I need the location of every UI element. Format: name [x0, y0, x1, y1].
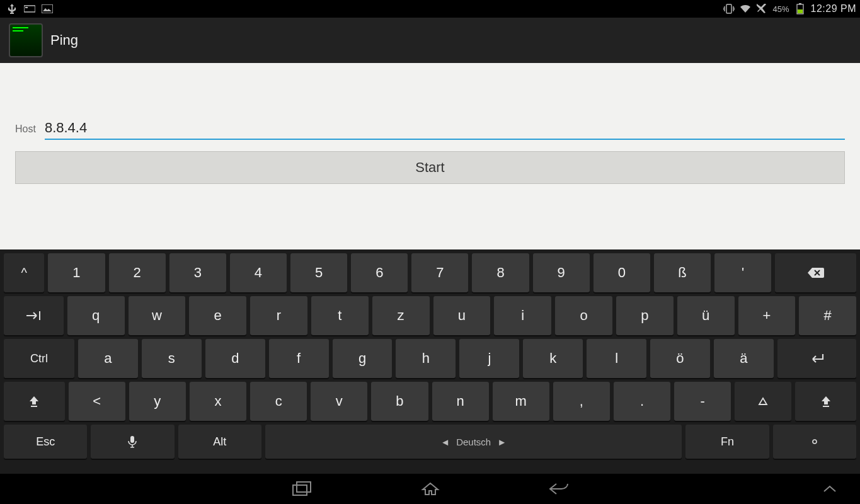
- key-a[interactable]: a: [78, 339, 138, 378]
- key-1[interactable]: 1: [48, 253, 105, 292]
- key-m[interactable]: m: [493, 382, 549, 421]
- key-p[interactable]: p: [616, 296, 674, 335]
- key-9[interactable]: 9: [533, 253, 590, 292]
- svg-rect-5: [799, 3, 801, 4]
- card-icon: [24, 3, 35, 14]
- key-j[interactable]: j: [459, 339, 519, 378]
- svg-rect-9: [130, 436, 134, 443]
- key-y[interactable]: y: [129, 382, 186, 421]
- nav-back-button[interactable]: [545, 478, 573, 500]
- system-nav-bar: [0, 474, 860, 504]
- battery-icon: [794, 3, 806, 14]
- key-8[interactable]: 8: [472, 253, 529, 292]
- key-oe[interactable]: ö: [650, 339, 710, 378]
- svg-rect-6: [798, 9, 803, 13]
- key-z[interactable]: z: [372, 296, 430, 335]
- svg-rect-11: [293, 485, 307, 495]
- key-shift-right[interactable]: [795, 382, 856, 421]
- start-button[interactable]: Start: [15, 151, 845, 184]
- image-icon: [42, 3, 53, 14]
- key-5[interactable]: 5: [290, 253, 347, 292]
- key-mic[interactable]: [91, 425, 174, 459]
- key-compose[interactable]: [773, 425, 856, 459]
- key-e[interactable]: e: [189, 296, 246, 335]
- key-plus[interactable]: +: [738, 296, 796, 335]
- keyboard-language: Deutsch: [456, 437, 491, 447]
- app-title: Ping: [50, 32, 78, 49]
- vibrate-icon: [723, 3, 735, 14]
- host-input[interactable]: [45, 120, 845, 140]
- key-ae[interactable]: ä: [714, 339, 774, 378]
- key-ctrl[interactable]: Ctrl: [4, 339, 74, 378]
- svg-rect-12: [297, 482, 311, 492]
- key-caret[interactable]: ^: [4, 253, 44, 292]
- soft-keyboard: ^ 1 2 3 4 5 6 7 8 9 0 ß ' q w e r t z u …: [0, 249, 860, 474]
- key-i[interactable]: i: [494, 296, 551, 335]
- svg-rect-1: [25, 7, 28, 8]
- status-bar: 45% 12:29 PM: [0, 0, 860, 18]
- key-esc[interactable]: Esc: [4, 425, 87, 459]
- key-eszett[interactable]: ß: [654, 253, 711, 292]
- key-t[interactable]: t: [311, 296, 369, 335]
- action-bar: Ping: [0, 18, 860, 63]
- key-comma[interactable]: ,: [553, 382, 610, 421]
- key-c[interactable]: c: [250, 382, 307, 421]
- key-u[interactable]: u: [433, 296, 491, 335]
- app-icon: [9, 23, 43, 57]
- key-4[interactable]: 4: [230, 253, 287, 292]
- key-l[interactable]: l: [587, 339, 646, 378]
- status-clock: 12:29 PM: [811, 3, 856, 14]
- key-b[interactable]: b: [371, 382, 428, 421]
- key-r[interactable]: r: [250, 296, 307, 335]
- key-v[interactable]: v: [311, 382, 367, 421]
- key-shift-left[interactable]: [4, 382, 65, 421]
- host-label: Host: [15, 123, 36, 135]
- key-q[interactable]: q: [67, 296, 125, 335]
- key-alt[interactable]: Alt: [178, 425, 261, 459]
- svg-rect-0: [24, 6, 35, 12]
- key-n[interactable]: n: [432, 382, 489, 421]
- battery-percent: 45%: [772, 4, 789, 14]
- content-area: Host Start: [0, 63, 860, 249]
- key-apostrophe[interactable]: ': [714, 253, 771, 292]
- wifi-icon: [740, 3, 751, 14]
- key-ue[interactable]: ü: [677, 296, 735, 335]
- svg-rect-2: [42, 4, 53, 13]
- key-enter[interactable]: [777, 339, 856, 378]
- key-2[interactable]: 2: [109, 253, 166, 292]
- key-space[interactable]: ◄ Deutsch ►: [265, 425, 682, 459]
- key-o[interactable]: o: [555, 296, 612, 335]
- key-s[interactable]: s: [142, 339, 202, 378]
- key-d[interactable]: d: [205, 339, 265, 378]
- nav-home-button[interactable]: [416, 478, 444, 500]
- key-k[interactable]: k: [523, 339, 583, 378]
- svg-rect-7: [31, 406, 37, 407]
- key-3[interactable]: 3: [169, 253, 226, 292]
- key-x[interactable]: x: [190, 382, 246, 421]
- key-w[interactable]: w: [129, 296, 186, 335]
- chevron-right-icon: ►: [497, 437, 507, 447]
- key-0[interactable]: 0: [593, 253, 650, 292]
- key-lt[interactable]: <: [69, 382, 125, 421]
- key-dash[interactable]: -: [674, 382, 731, 421]
- key-backspace[interactable]: [775, 253, 856, 292]
- key-h[interactable]: h: [396, 339, 456, 378]
- airplane-icon: [756, 3, 767, 14]
- key-period[interactable]: .: [614, 382, 670, 421]
- svg-rect-8: [823, 406, 829, 407]
- key-up[interactable]: [735, 382, 791, 421]
- nav-recent-button[interactable]: [288, 478, 316, 500]
- svg-rect-3: [726, 4, 731, 13]
- key-tab[interactable]: [4, 296, 64, 335]
- svg-point-10: [813, 440, 817, 444]
- key-f[interactable]: f: [269, 339, 329, 378]
- key-fn[interactable]: Fn: [685, 425, 769, 459]
- key-g[interactable]: g: [333, 339, 393, 378]
- usb-icon: [6, 3, 18, 14]
- key-7[interactable]: 7: [411, 253, 468, 292]
- chevron-left-icon: ◄: [440, 437, 450, 447]
- nav-expand-button[interactable]: [816, 478, 844, 500]
- key-hash[interactable]: #: [799, 296, 856, 335]
- key-6[interactable]: 6: [351, 253, 408, 292]
